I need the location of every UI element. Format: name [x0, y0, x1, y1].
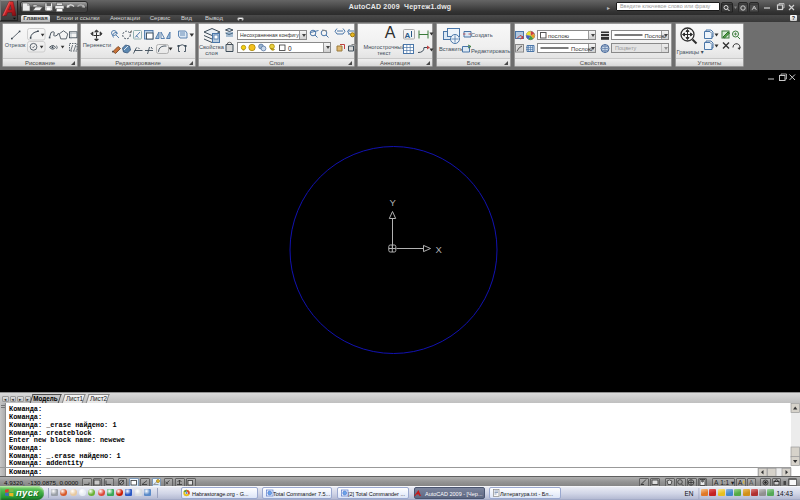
svg-text:послою: послою: [548, 33, 569, 39]
svg-text:A: A: [405, 31, 411, 40]
svg-text:А 1:1 ▾: А 1:1 ▾: [714, 479, 735, 486]
svg-text:Послою: Послою: [571, 46, 593, 52]
svg-text:Y: Y: [390, 197, 397, 208]
svg-text:X: X: [436, 244, 443, 255]
svg-text:Послою: Послою: [645, 33, 667, 39]
svg-text:0: 0: [288, 45, 292, 52]
svg-text:А: А: [749, 479, 754, 486]
